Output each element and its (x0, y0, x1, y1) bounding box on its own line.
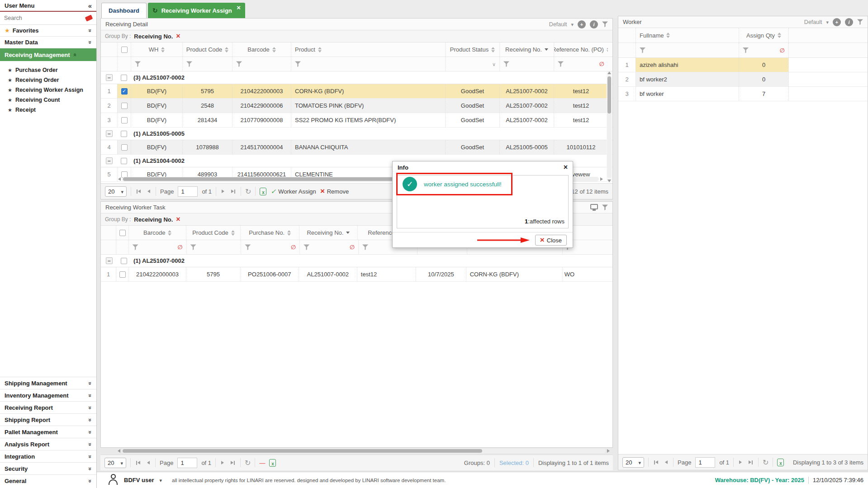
page-size-select[interactable]: 20 (105, 186, 127, 197)
refresh-icon[interactable] (245, 459, 251, 467)
filter-product-code[interactable] (186, 240, 241, 254)
filter-product-code[interactable] (182, 57, 232, 71)
main-horizontal-scrollbar[interactable] (118, 448, 610, 454)
clear-filter-icon[interactable] (780, 47, 785, 54)
row-checkbox[interactable] (121, 117, 128, 123)
header-receiving-no[interactable]: Receiving No. (299, 226, 357, 240)
sidebar-item-receiving-report[interactable]: Receiving Report (0, 401, 96, 413)
header-wh[interactable]: WH (131, 43, 182, 57)
remove-row-icon[interactable] (259, 460, 265, 466)
sidebar-item-integration[interactable]: Integration (0, 450, 96, 462)
row-select[interactable] (117, 84, 131, 98)
filter-product[interactable] (291, 57, 445, 71)
collapse-sidebar-icon[interactable] (88, 2, 92, 9)
table-row[interactable]: 1 2104222000003 5795 PO251006-0007 AL251… (101, 267, 612, 282)
header-reference-no[interactable]: Reference No. (PO) (554, 43, 608, 57)
row-checkbox[interactable] (121, 144, 128, 151)
collapse-group-icon[interactable] (106, 74, 113, 81)
tab-dashboard[interactable]: Dashboard (101, 3, 147, 18)
filter-product-status[interactable] (445, 57, 499, 71)
preset-select[interactable]: Default (804, 19, 822, 25)
scrollbar-thumb[interactable] (123, 449, 482, 453)
group-checkbox[interactable] (121, 158, 127, 164)
filter-funnel-icon[interactable] (640, 47, 645, 53)
sidebar-item-pallet-management[interactable]: Pallet Management (0, 426, 96, 438)
filter-barcode[interactable] (232, 57, 291, 71)
row-checkbox[interactable] (119, 271, 126, 278)
info-button[interactable] (590, 20, 598, 28)
sidebar-item-shipping-report[interactable]: Shipping Report (0, 413, 96, 426)
filter-funnel-icon[interactable] (245, 244, 251, 250)
clear-filter-icon[interactable] (178, 244, 183, 251)
clear-filter-icon[interactable] (599, 61, 604, 67)
current-user[interactable]: BDFV user (124, 477, 154, 483)
info-button[interactable] (845, 18, 853, 26)
chevron-down-icon[interactable] (826, 19, 829, 25)
group-checkbox[interactable] (121, 75, 127, 81)
sidebar-item-inventory-management[interactable]: Inventory Management (0, 389, 96, 401)
collapse-group-icon[interactable] (106, 257, 113, 264)
next-page-button[interactable] (220, 461, 225, 464)
row-select[interactable] (117, 113, 131, 127)
tab-receiving-worker-assign[interactable]: Receiving Worker Assign (148, 3, 245, 18)
header-fullname[interactable]: Fullname (636, 28, 739, 43)
remove-group-icon[interactable] (176, 33, 180, 40)
remove-button[interactable]: Remove (320, 188, 349, 195)
filter-funnel-icon[interactable] (190, 244, 196, 250)
prev-page-button[interactable] (146, 461, 151, 464)
chevron-down-icon[interactable] (159, 477, 162, 483)
last-page-button[interactable] (230, 190, 237, 194)
close-tab-icon[interactable] (237, 4, 241, 11)
chevron-down-icon[interactable] (571, 21, 574, 28)
refresh-icon[interactable] (152, 7, 158, 14)
filter-purchase-no[interactable] (241, 240, 299, 254)
excel-export-icon[interactable] (269, 459, 276, 467)
scroll-up-icon[interactable] (607, 71, 611, 74)
row-select[interactable] (117, 99, 131, 113)
filter-barcode[interactable] (128, 240, 186, 254)
sidebar-item-general[interactable]: General (0, 474, 96, 487)
filter-icon[interactable] (602, 204, 608, 210)
excel-export-icon[interactable] (777, 459, 784, 466)
sidebar-item-receiving-count[interactable]: Receiving Count (0, 95, 96, 105)
page-number-input[interactable]: 1 (695, 457, 715, 468)
header-product-code[interactable]: Product Code (182, 43, 232, 57)
filter-funnel-icon[interactable] (186, 61, 192, 67)
sidebar-item-receipt[interactable]: Receipt (0, 105, 96, 115)
sidebar-item-receiving-order[interactable]: Receiving Order (0, 75, 96, 85)
filter-reference-no[interactable] (554, 57, 608, 71)
last-page-button[interactable] (229, 461, 236, 465)
search-input[interactable] (4, 15, 83, 21)
sidebar-item-receiving-management[interactable]: Receiving Management (0, 48, 96, 61)
select-all-checkbox[interactable] (119, 230, 126, 236)
table-row[interactable]: 3 BD(FV) 281434 2107709000008 SS22 PROMO… (101, 113, 612, 128)
worker-assign-button[interactable]: Worker Assign (270, 188, 316, 195)
sidebar-item-purchase-order[interactable]: Purchase Order (0, 65, 96, 75)
page-number-input[interactable]: 1 (177, 458, 197, 468)
filter-funnel-icon[interactable] (743, 47, 749, 53)
header-product[interactable]: Product (291, 43, 445, 57)
table-row[interactable]: 1 BD(FV) 5795 2104222000003 CORN-KG (BDF… (101, 84, 612, 99)
dropdown-filter-icon[interactable] (492, 61, 496, 67)
table-row[interactable]: 2 bf worker2 0 (618, 72, 868, 87)
sidebar-item-master-data[interactable]: Master Data (0, 37, 96, 48)
row-checkbox[interactable] (121, 103, 128, 109)
table-row[interactable]: 1 azizeh alishahi 0 (618, 58, 868, 72)
next-page-button[interactable] (738, 460, 743, 464)
add-button[interactable] (578, 20, 586, 28)
refresh-icon[interactable] (245, 187, 251, 196)
remove-group-icon[interactable] (176, 216, 180, 223)
filter-assign-qty[interactable] (739, 43, 788, 57)
preset-select[interactable]: Default (549, 21, 567, 28)
header-product-code[interactable]: Product Code (186, 226, 240, 240)
filter-receiving-no[interactable] (299, 240, 358, 254)
table-row[interactable]: 2 BD(FV) 2548 2104229000006 TOMATOES PIN… (101, 99, 612, 113)
page-number-input[interactable]: 1 (178, 186, 198, 197)
add-button[interactable] (833, 18, 841, 26)
first-page-button[interactable] (653, 460, 659, 464)
refresh-icon[interactable] (763, 458, 768, 467)
scrollbar-thumb[interactable] (607, 76, 611, 114)
sidebar-item-analysis-report[interactable]: Analysis Report (0, 438, 96, 450)
prev-page-button[interactable] (664, 460, 669, 464)
filter-icon[interactable] (857, 19, 863, 25)
